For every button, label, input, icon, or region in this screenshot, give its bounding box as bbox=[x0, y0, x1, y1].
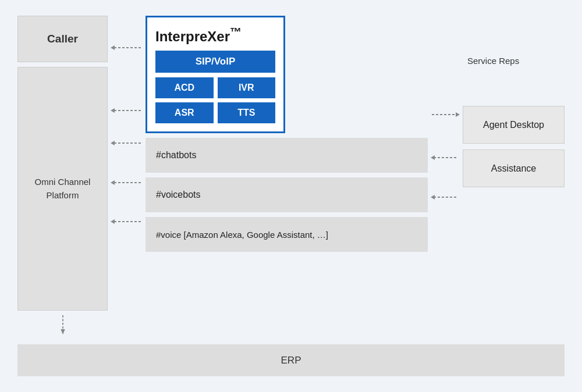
ivr-box: IVR bbox=[218, 77, 276, 98]
interprexer-title: InterpreXer™ bbox=[155, 26, 275, 45]
caller-box: Caller bbox=[17, 16, 108, 62]
arrow-omni-interprexer bbox=[111, 71, 143, 123]
voice-box: #voice [Amazon Alexa, Google Assistant, … bbox=[146, 217, 428, 252]
caller-label: Caller bbox=[47, 33, 78, 45]
tts-box: TTS bbox=[218, 102, 276, 123]
vertical-arrow bbox=[17, 315, 108, 338]
arrow-caller-interprexer bbox=[111, 24, 143, 71]
sip-voip-box: SIP/VoIP bbox=[155, 51, 275, 73]
svg-marker-15 bbox=[431, 155, 435, 160]
arrow-interprexer-servicereps bbox=[431, 91, 460, 138]
diagram-container: Caller Omni Channel Platform bbox=[12, 10, 570, 382]
omni-label: Omni Channel Platform bbox=[24, 176, 101, 202]
svg-marker-1 bbox=[61, 329, 65, 334]
svg-marker-7 bbox=[111, 141, 115, 145]
svg-marker-9 bbox=[111, 180, 115, 185]
arrow-voice-left bbox=[111, 202, 143, 240]
arrow-chatbots-left bbox=[111, 123, 143, 163]
svg-marker-17 bbox=[431, 195, 435, 199]
svg-marker-13 bbox=[456, 112, 460, 117]
arrow-voicebots-left bbox=[111, 163, 143, 202]
agent-desktop-box: Agent Desktop bbox=[463, 106, 565, 144]
chatbots-box: #chatbots bbox=[146, 138, 428, 173]
arrow-chatbots-right bbox=[431, 138, 460, 177]
acd-box: ACD bbox=[155, 77, 214, 98]
assistance-box: Assistance bbox=[463, 149, 565, 187]
service-reps-label: Service Reps bbox=[463, 16, 565, 106]
svg-marker-11 bbox=[111, 219, 115, 224]
asr-box: ASR bbox=[155, 102, 214, 123]
arrow-voicebots-right bbox=[431, 177, 460, 217]
erp-bar: ERP bbox=[17, 344, 565, 376]
svg-marker-3 bbox=[111, 45, 115, 50]
svg-marker-5 bbox=[111, 108, 115, 113]
erp-label: ERP bbox=[281, 355, 301, 366]
interprexer-box: InterpreXer™ SIP/VoIP ACD IVR ASR TTS bbox=[146, 16, 285, 133]
voicebots-box: #voicebots bbox=[146, 177, 428, 212]
omni-channel-box: Omni Channel Platform bbox=[17, 67, 108, 311]
